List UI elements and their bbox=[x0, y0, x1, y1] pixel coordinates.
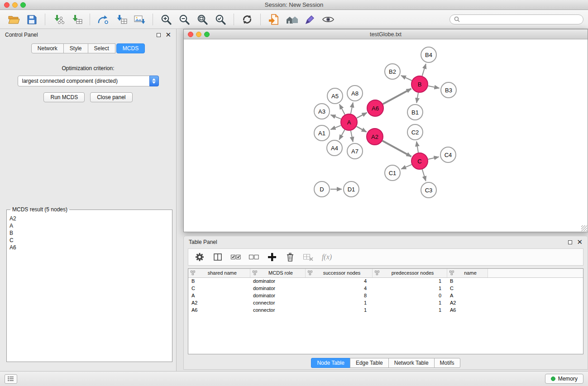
network-canvas[interactable]: B4B2BB3A8A5A6B1A3AC2A1A2A4A7C4CC1C3DD1 bbox=[184, 39, 588, 232]
add-column-button[interactable] bbox=[266, 251, 278, 263]
graph-node-B3[interactable]: B3 bbox=[441, 82, 456, 98]
graph-edge-A6-B[interactable] bbox=[383, 89, 411, 104]
mcds-result-item[interactable]: A bbox=[10, 222, 169, 229]
network-graph[interactable]: B4B2BB3A8A5A6B1A3AC2A1A2A4A7C4CC1C3DD1 bbox=[184, 39, 588, 231]
graph-edge-B-B3[interactable] bbox=[428, 86, 440, 88]
mcds-result-item[interactable]: A2 bbox=[10, 215, 169, 222]
close-button[interactable] bbox=[4, 2, 10, 8]
home-button[interactable] bbox=[283, 12, 301, 27]
graph-node-C[interactable]: C bbox=[411, 153, 428, 169]
import-file-button[interactable] bbox=[265, 12, 283, 27]
graph-edge-A-A5[interactable] bbox=[339, 105, 345, 115]
tab-edge-table[interactable]: Edge Table bbox=[350, 358, 389, 368]
graph-edge-A-A3[interactable] bbox=[331, 115, 341, 119]
task-history-button[interactable] bbox=[5, 374, 17, 384]
column-header-name[interactable]: name bbox=[447, 269, 488, 277]
graph-node-A[interactable]: A bbox=[341, 114, 357, 130]
graph-node-B2[interactable]: B2 bbox=[385, 64, 400, 79]
network-close-button[interactable] bbox=[188, 32, 193, 37]
graph-node-B4[interactable]: B4 bbox=[421, 47, 436, 62]
tab-motifs[interactable]: Motifs bbox=[434, 358, 460, 368]
tab-network[interactable]: Network bbox=[31, 43, 64, 53]
graph-edge-B-B2[interactable] bbox=[401, 76, 412, 81]
table-row[interactable]: A2connector11A2 bbox=[188, 299, 583, 306]
show-view-button[interactable] bbox=[319, 12, 337, 27]
graph-node-A6[interactable]: A6 bbox=[367, 100, 383, 116]
float-table-panel-icon[interactable] bbox=[568, 240, 572, 244]
delete-table-button[interactable] bbox=[302, 251, 314, 263]
tab-style[interactable]: Style bbox=[63, 43, 88, 53]
graph-node-C1[interactable]: C1 bbox=[385, 165, 400, 181]
graph-node-A1[interactable]: A1 bbox=[314, 125, 330, 141]
tab-network-table[interactable]: Network Table bbox=[388, 358, 435, 368]
network-fullscreen-button[interactable] bbox=[204, 32, 210, 37]
column-header-shared-name[interactable]: shared name bbox=[188, 269, 250, 277]
export-image-button[interactable] bbox=[130, 12, 148, 27]
network-window-titlebar[interactable]: testGlobe.txt bbox=[184, 29, 588, 39]
network-minimize-button[interactable] bbox=[196, 32, 201, 37]
table-row[interactable]: Adominator80A bbox=[188, 292, 583, 299]
graph-edge-A-A1[interactable] bbox=[331, 125, 341, 129]
annotations-button[interactable] bbox=[301, 12, 319, 27]
select-all-button[interactable] bbox=[230, 251, 242, 263]
graph-node-A2[interactable]: A2 bbox=[367, 129, 383, 145]
graph-edge-C-C3[interactable] bbox=[422, 169, 426, 181]
table-settings-button[interactable] bbox=[194, 251, 206, 263]
graph-edge-C-C2[interactable] bbox=[416, 142, 418, 153]
tab-node-table[interactable]: Node Table bbox=[311, 358, 350, 368]
mcds-result-item[interactable]: A6 bbox=[10, 244, 169, 251]
refresh-view-button[interactable] bbox=[238, 12, 256, 27]
panel-splitter[interactable] bbox=[177, 29, 183, 371]
column-header-mcds-role[interactable]: MCDS role bbox=[250, 269, 305, 277]
import-network-button[interactable] bbox=[49, 12, 67, 27]
show-columns-button[interactable] bbox=[212, 251, 224, 263]
optimization-criterion-select[interactable]: largest connected component (directed) bbox=[18, 76, 159, 86]
graph-node-A8[interactable]: A8 bbox=[347, 86, 363, 101]
close-panel-button[interactable]: Close panel bbox=[90, 92, 132, 102]
graph-node-D[interactable]: D bbox=[314, 181, 330, 197]
close-table-panel-icon[interactable]: ✕ bbox=[577, 240, 583, 244]
table-row[interactable]: Cdominator41C bbox=[188, 285, 583, 292]
graph-edge-A-A2[interactable] bbox=[357, 126, 367, 132]
zoom-fit-button[interactable] bbox=[193, 12, 211, 27]
export-network-button[interactable] bbox=[94, 12, 112, 27]
import-table-button[interactable] bbox=[67, 12, 86, 27]
close-panel-icon[interactable]: ✕ bbox=[165, 33, 171, 37]
graph-edge-B-B4[interactable] bbox=[422, 64, 426, 76]
graph-edge-A-A8[interactable] bbox=[351, 103, 353, 114]
table-row[interactable]: Bdominator41B bbox=[188, 277, 583, 285]
search-input[interactable] bbox=[462, 16, 579, 23]
graph-node-A4[interactable]: A4 bbox=[327, 140, 342, 156]
graph-node-B[interactable]: B bbox=[411, 76, 428, 92]
graph-edge-A-A4[interactable] bbox=[339, 130, 344, 140]
deselect-all-button[interactable] bbox=[248, 251, 260, 263]
graph-node-C3[interactable]: C3 bbox=[421, 182, 436, 198]
minimize-button[interactable] bbox=[12, 2, 18, 8]
delete-column-button[interactable] bbox=[284, 251, 296, 263]
graph-node-A5[interactable]: A5 bbox=[327, 88, 343, 104]
graph-edge-B-B1[interactable] bbox=[416, 93, 418, 103]
resize-grip[interactable] bbox=[581, 225, 587, 231]
run-mcds-button[interactable]: Run MCDS bbox=[43, 92, 85, 102]
zoom-selected-button[interactable] bbox=[211, 12, 229, 27]
graph-node-B1[interactable]: B1 bbox=[407, 105, 423, 120]
graph-edge-A2-C[interactable] bbox=[382, 141, 411, 157]
mcds-result-item[interactable]: B bbox=[10, 229, 169, 237]
fullscreen-button[interactable] bbox=[20, 2, 26, 8]
open-session-button[interactable] bbox=[5, 12, 23, 27]
tab-mcds[interactable]: MCDS bbox=[116, 43, 145, 53]
graph-edge-A-A7[interactable] bbox=[351, 131, 353, 142]
tab-select[interactable]: Select bbox=[88, 43, 115, 53]
graph-node-A7[interactable]: A7 bbox=[347, 143, 363, 159]
zoom-out-button[interactable] bbox=[175, 12, 193, 27]
search-field[interactable] bbox=[449, 14, 583, 24]
graph-node-C2[interactable]: C2 bbox=[407, 124, 423, 140]
graph-node-A3[interactable]: A3 bbox=[314, 104, 330, 119]
graph-node-D1[interactable]: D1 bbox=[344, 181, 359, 197]
graph-edge-C-C4[interactable] bbox=[428, 157, 439, 159]
graph-edge-A-A6[interactable] bbox=[357, 113, 367, 118]
graph-edge-C-C1[interactable] bbox=[401, 165, 411, 169]
column-header-predecessor-nodes[interactable]: predecessor nodes bbox=[372, 269, 447, 277]
memory-button[interactable]: Memory bbox=[545, 374, 583, 384]
float-panel-icon[interactable] bbox=[157, 33, 161, 37]
